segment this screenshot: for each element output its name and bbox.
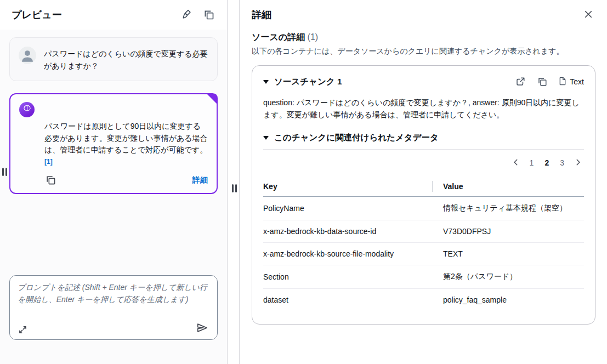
- brush-icon: [181, 9, 192, 20]
- metadata-collapse-toggle[interactable]: このチャンクに関連付けられたメタデータ: [263, 132, 584, 144]
- copy-icon: [537, 77, 547, 87]
- source-details-heading: ソースの詳細 (1): [252, 32, 595, 43]
- panel-splitter[interactable]: [228, 0, 240, 364]
- prompt-box: [9, 275, 218, 340]
- person-icon: [20, 47, 35, 64]
- panel-resize-handle[interactable]: [232, 184, 237, 192]
- table-row: dataset policy_faq_sample: [263, 289, 584, 311]
- metadata-pagination: 1 2 3: [263, 157, 584, 169]
- next-page-button[interactable]: [572, 157, 584, 169]
- source-chunk-card: ソースチャンク 1: [252, 65, 595, 325]
- user-message-text: パスワードはどのくらいの頻度で変更する必要がありますか？: [44, 47, 208, 72]
- chunk-collapse-toggle[interactable]: ソースチャンク 1: [263, 76, 342, 88]
- row-key: dataset: [263, 295, 432, 304]
- prompt-input[interactable]: [18, 281, 209, 321]
- table-row: x-amz-bedrock-kb-source-file-modality TE…: [263, 243, 584, 265]
- caret-down-icon: [263, 136, 269, 140]
- details-link[interactable]: 詳細: [192, 175, 208, 185]
- chevron-left-icon: [512, 158, 520, 168]
- preview-panel: プレビュー: [0, 0, 228, 364]
- copy-conversation-button[interactable]: [202, 8, 215, 21]
- close-details-button[interactable]: [581, 7, 595, 23]
- caret-down-icon: [263, 80, 269, 84]
- assistant-message-text: パスワードは原則として90日以内に変更する必要があります。変更が難しい事情がある…: [44, 122, 208, 154]
- table-row: x-amz-bedrock-kb-data-source-id V73D0DFP…: [263, 220, 584, 243]
- brain-icon: [22, 104, 32, 115]
- user-message-card: パスワードはどのくらいの頻度で変更する必要がありますか？: [9, 37, 218, 81]
- metadata-table-header: Key Value: [263, 178, 584, 197]
- row-key: x-amz-bedrock-kb-source-file-modality: [263, 249, 432, 258]
- citation-link[interactable]: [1]: [44, 157, 53, 167]
- row-value: TEXT: [432, 249, 584, 258]
- page-button-3[interactable]: 3: [557, 157, 568, 168]
- send-icon: [196, 322, 208, 334]
- row-value: V73D0DFPSJ: [432, 227, 584, 236]
- close-icon: [583, 13, 593, 21]
- copy-chunk-button[interactable]: [536, 76, 548, 88]
- card-fold-decoration: [206, 93, 218, 107]
- chunk-body-text: question: パスワードはどのくらいの頻度で変更しますか？, answer…: [263, 96, 584, 121]
- row-key: Section: [263, 272, 432, 281]
- assistant-message-body: パスワードは原則として90日以内に変更する必要があります。変更が難しい事情がある…: [44, 121, 208, 167]
- source-details-description: 以下の各コンテナには、データソースからのクエリに関連するチャンクが表示されます。: [252, 47, 595, 56]
- page-button-2-current[interactable]: 2: [541, 157, 552, 168]
- view-text-button[interactable]: Text: [558, 77, 584, 87]
- preview-header: プレビュー: [0, 0, 227, 30]
- left-resize-handle[interactable]: [2, 168, 7, 176]
- file-icon: [558, 77, 567, 87]
- details-panel-title: 詳細: [252, 8, 271, 21]
- user-avatar: [19, 47, 36, 64]
- previous-page-button[interactable]: [510, 157, 522, 169]
- details-panel: 詳細 ソースの詳細 (1) 以下の各コンテナには、データソースからのクエリに関連…: [240, 0, 607, 364]
- resize-diagonal-icon: [19, 326, 27, 334]
- table-row: Section 第2条（パスワード）: [263, 265, 584, 289]
- metadata-section-title: このチャンクに関連付けられたメタデータ: [274, 132, 439, 144]
- external-link-icon: [515, 77, 525, 87]
- metadata-divider: [263, 149, 584, 150]
- row-value: 第2条（パスワード）: [432, 272, 584, 282]
- table-row: PolicyName 情報セキュリティ基本規程（架空）: [263, 197, 584, 220]
- send-button[interactable]: [195, 321, 209, 335]
- source-details-title: ソースの詳細: [252, 32, 305, 42]
- row-key: PolicyName: [263, 204, 432, 213]
- preview-title: プレビュー: [12, 8, 62, 21]
- row-value: policy_faq_sample: [432, 295, 584, 304]
- chevron-right-icon: [574, 158, 582, 168]
- copy-icon: [46, 175, 56, 185]
- chunk-title: ソースチャンク 1: [274, 76, 342, 88]
- row-value: 情報セキュリティ基本規程（架空）: [432, 203, 584, 213]
- row-key: x-amz-bedrock-kb-data-source-id: [263, 227, 432, 236]
- open-chunk-button[interactable]: [514, 76, 526, 88]
- metadata-table: Key Value PolicyName 情報セキュリティ基本規程（架空） x-…: [263, 178, 584, 311]
- key-column-header: Key: [263, 182, 432, 191]
- assistant-message-card: パスワードは原則として90日以内に変更する必要があります。変更が難しい事情がある…: [9, 93, 218, 194]
- expand-prompt-button[interactable]: [18, 325, 28, 335]
- source-details-count: (1): [308, 32, 319, 42]
- page-button-1[interactable]: 1: [526, 157, 537, 168]
- assistant-avatar: [19, 102, 35, 117]
- value-column-header: Value: [432, 182, 584, 191]
- copy-response-button[interactable]: [44, 174, 57, 186]
- copy-icon: [203, 9, 214, 20]
- clear-conversation-button[interactable]: [180, 8, 194, 21]
- view-text-label: Text: [570, 77, 584, 86]
